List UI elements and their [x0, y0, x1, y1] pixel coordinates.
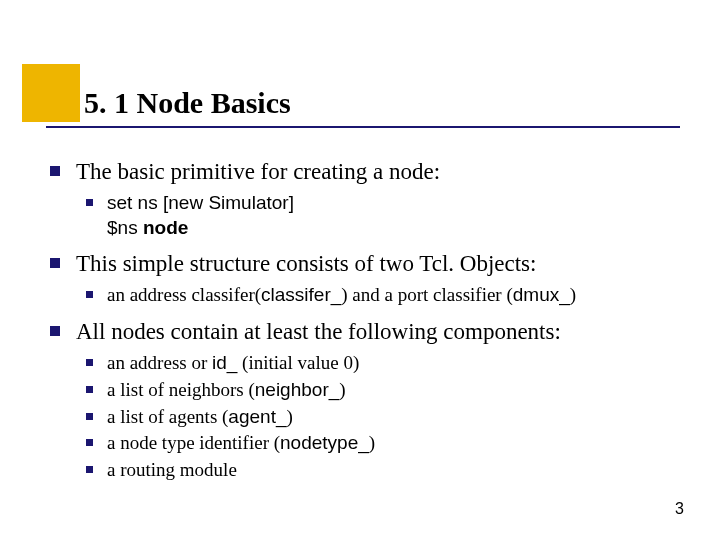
text-fragment: This simple structure consists of two Tc… [76, 251, 448, 276]
bullet-icon [50, 258, 60, 268]
bullet-level2: set ns [new Simulator] $ns node [50, 191, 680, 240]
text-fragment: (initial value 0) [237, 352, 359, 373]
bullet-level2: a list of neighbors (neighbor_) [50, 378, 680, 403]
bullet-icon [86, 199, 93, 206]
bullet-icon [86, 413, 93, 420]
text-fragment: ) [286, 406, 292, 427]
slide-title: 5. 1 Node Basics [46, 86, 680, 124]
bullet-icon [86, 291, 93, 298]
bullet-level2: a node type identifier (nodetype_) [50, 431, 680, 456]
bullet-icon [86, 466, 93, 473]
bullet-text: an address or id_ (initial value 0) [107, 351, 359, 376]
title-block: 5. 1 Node Basics [46, 86, 680, 128]
text-fragment: ) and a port classifier ( [341, 284, 512, 305]
code-keyword: node [143, 217, 188, 238]
text-fragment: a list of neighbors ( [107, 379, 255, 400]
bullet-icon [86, 386, 93, 393]
slide-body: The basic primitive for creating a node:… [50, 156, 680, 485]
text-fragment: an address classifer( [107, 284, 261, 305]
bullet-icon [50, 326, 60, 336]
page-number: 3 [675, 500, 684, 518]
bullet-level2: an address classifer(classifer_) and a p… [50, 283, 680, 308]
code-token: dmux_ [513, 284, 570, 305]
bullet-level2: a routing module [50, 458, 680, 483]
bullet-text: All nodes contain at least the following… [76, 316, 561, 347]
bullet-text: a node type identifier (nodetype_) [107, 431, 375, 456]
bullet-level2: a list of agents (agent_) [50, 405, 680, 430]
slide: 5. 1 Node Basics The basic primitive for… [0, 0, 720, 540]
code-line: set ns [new Simulator] [107, 192, 294, 213]
bullet-level2: an address or id_ (initial value 0) [50, 351, 680, 376]
title-underline [46, 126, 680, 128]
bullet-level1: This simple structure consists of two Tc… [50, 248, 680, 279]
text-fragment: ) [369, 432, 375, 453]
bullet-text: a list of agents (agent_) [107, 405, 293, 430]
bullet-icon [86, 439, 93, 446]
bullet-level1: The basic primitive for creating a node: [50, 156, 680, 187]
text-fragment: ) [570, 284, 576, 305]
text-fragment: an address or [107, 352, 212, 373]
code-line: $ns [107, 217, 143, 238]
bullet-text: a list of neighbors (neighbor_) [107, 378, 346, 403]
code-token: nodetype_ [280, 432, 369, 453]
code-token: id_ [212, 352, 237, 373]
code-token: agent_ [228, 406, 286, 427]
bullet-icon [50, 166, 60, 176]
code-token: classifer_ [261, 284, 341, 305]
bullet-level1: All nodes contain at least the following… [50, 316, 680, 347]
bullet-text: an address classifer(classifer_) and a p… [107, 283, 576, 308]
bullet-text: set ns [new Simulator] $ns node [107, 191, 294, 240]
bullet-text: a routing module [107, 458, 237, 483]
code-token: neighbor_ [255, 379, 340, 400]
text-fragment: Objects: [460, 251, 537, 276]
text-fragment: a node type identifier ( [107, 432, 280, 453]
bullet-icon [86, 359, 93, 366]
bullet-text: The basic primitive for creating a node: [76, 156, 440, 187]
bullet-text: This simple structure consists of two Tc… [76, 248, 536, 279]
text-fragment: a list of agents ( [107, 406, 228, 427]
text-fragment: ) [339, 379, 345, 400]
